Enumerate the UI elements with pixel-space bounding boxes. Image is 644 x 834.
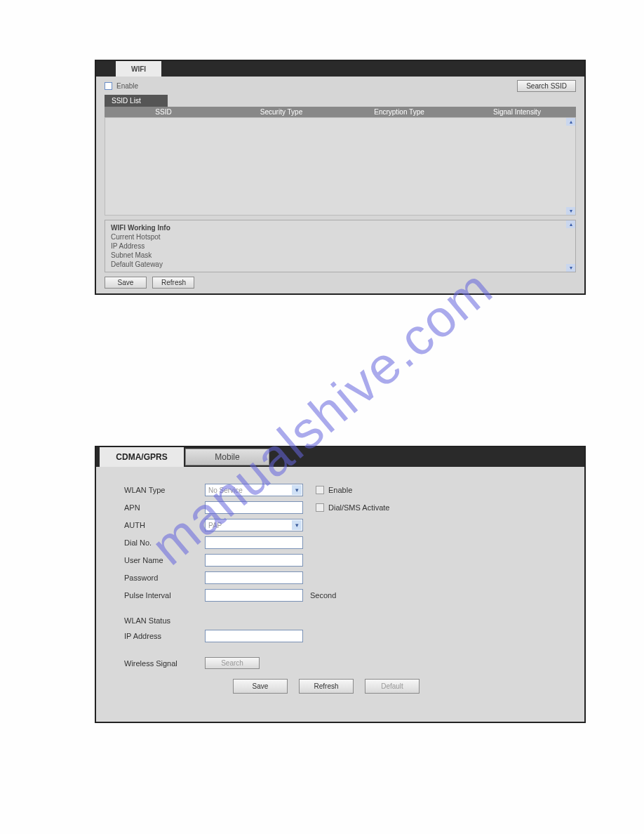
refresh-button[interactable]: Refresh [152, 277, 194, 289]
dial-no-input[interactable] [205, 536, 303, 549]
enable-label: Enable [116, 82, 138, 90]
col-security: Security Type [222, 108, 340, 116]
wifi-panel: WIFI Enable Search SSID SSID List SSID S… [95, 60, 586, 295]
chevron-down-icon: ▾ [292, 520, 302, 530]
search-ssid-button[interactable]: Search SSID [517, 80, 576, 92]
tab-mobile[interactable]: Mobile [185, 449, 269, 465]
dial-no-label: Dial No. [124, 538, 205, 547]
scroll-up-icon[interactable]: ▴ [566, 118, 575, 126]
col-encryption: Encryption Type [340, 108, 458, 116]
tab-cdma[interactable]: CDMA/GPRS [100, 447, 184, 467]
wireless-signal-label: Wireless Signal [124, 659, 205, 668]
info-ip-address: IP Address [111, 241, 570, 251]
user-name-label: User Name [124, 556, 205, 564]
wlan-type-select[interactable]: No Service ▾ [205, 484, 303, 496]
refresh-button[interactable]: Refresh [299, 679, 354, 694]
wifi-tabbar: WIFI [96, 61, 584, 77]
default-button[interactable]: Default [365, 679, 420, 694]
tab-wifi[interactable]: WIFI [116, 61, 161, 77]
pulse-interval-label: Pulse Interval [124, 591, 205, 600]
col-ssid: SSID [105, 108, 222, 116]
wlan-type-value: No Service [208, 486, 243, 494]
ssid-table-body[interactable]: ▴ ▾ [105, 117, 576, 216]
pulse-interval-unit: Second [310, 591, 336, 600]
chevron-down-icon: ▾ [292, 485, 302, 495]
save-button[interactable]: Save [105, 277, 147, 289]
enable-label: Enable [328, 486, 352, 494]
ssid-list-tab-wrap: SSID List [96, 95, 584, 107]
dialsms-checkbox[interactable] [316, 503, 324, 512]
auth-value: PAP [208, 522, 222, 529]
dialsms-label: Dial/SMS Activate [328, 503, 389, 512]
password-input[interactable] [205, 571, 303, 584]
cdma-form: WLAN Type No Service ▾ Enable APN Dial/S… [96, 467, 584, 694]
info-subnet-mask: Subnet Mask [111, 251, 570, 260]
wlan-status-label: WLAN Status [124, 616, 205, 625]
search-button[interactable]: Search [205, 657, 260, 669]
save-button[interactable]: Save [233, 679, 288, 694]
pulse-interval-input[interactable] [205, 589, 303, 602]
cdma-tabbar: CDMA/GPRS Mobile [96, 447, 584, 467]
enable-checkbox[interactable] [316, 486, 324, 494]
apn-label: APN [124, 503, 205, 512]
scroll-down-icon[interactable]: ▾ [566, 264, 575, 272]
wifi-working-info: WIFI Working Info Current Hotspot IP Add… [105, 220, 576, 272]
info-default-gateway: Default Gateway [111, 260, 570, 269]
auth-label: AUTH [124, 521, 205, 529]
auth-select[interactable]: PAP ▾ [205, 519, 303, 531]
col-signal: Signal Intensity [458, 108, 576, 116]
wlan-type-label: WLAN Type [124, 486, 205, 494]
info-current-hotspot: Current Hotspot [111, 232, 570, 241]
enable-checkbox[interactable] [105, 82, 112, 90]
ip-address-label: IP Address [124, 632, 205, 640]
ip-address-input[interactable] [205, 630, 303, 642]
scroll-down-icon[interactable]: ▾ [566, 207, 575, 215]
wifi-top-row: Enable Search SSID [96, 77, 584, 95]
cdma-panel: CDMA/GPRS Mobile WLAN Type No Service ▾ … [95, 446, 586, 723]
cdma-button-row: Save Refresh Default [233, 679, 565, 694]
scroll-up-icon[interactable]: ▴ [566, 220, 575, 228]
working-info-title: WIFI Working Info [111, 223, 570, 232]
wifi-button-row: Save Refresh [96, 272, 584, 293]
ssid-list-tab[interactable]: SSID List [105, 95, 168, 107]
apn-input[interactable] [205, 501, 303, 514]
ssid-table-header: SSID Security Type Encryption Type Signa… [105, 107, 576, 117]
user-name-input[interactable] [205, 554, 303, 567]
password-label: Password [124, 574, 205, 582]
